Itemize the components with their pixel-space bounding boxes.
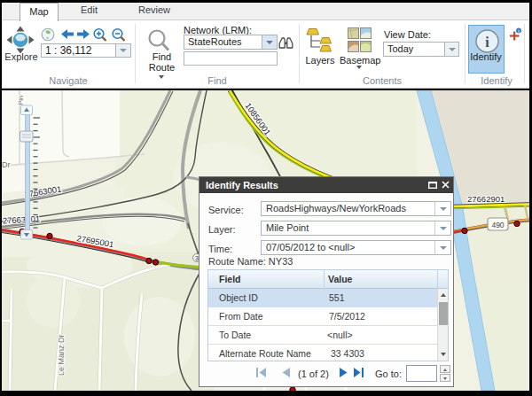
svg-text:Le Manz Dr: Le Manz Dr: [57, 334, 66, 376]
svg-text:Dr: Dr: [2, 160, 11, 169]
svg-text:490: 490: [491, 221, 504, 229]
svg-text:Pin: Pin: [17, 95, 25, 105]
svg-text:27663101: 27663101: [3, 214, 41, 225]
svg-text:27662901: 27662901: [467, 194, 505, 204]
svg-text:i: i: [485, 35, 489, 50]
svg-text:Explore: Explore: [4, 51, 37, 62]
